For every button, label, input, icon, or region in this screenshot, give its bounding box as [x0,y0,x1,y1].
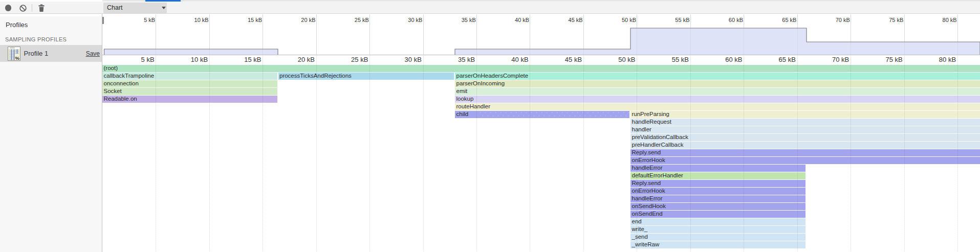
svg-text:%: % [15,55,20,61]
